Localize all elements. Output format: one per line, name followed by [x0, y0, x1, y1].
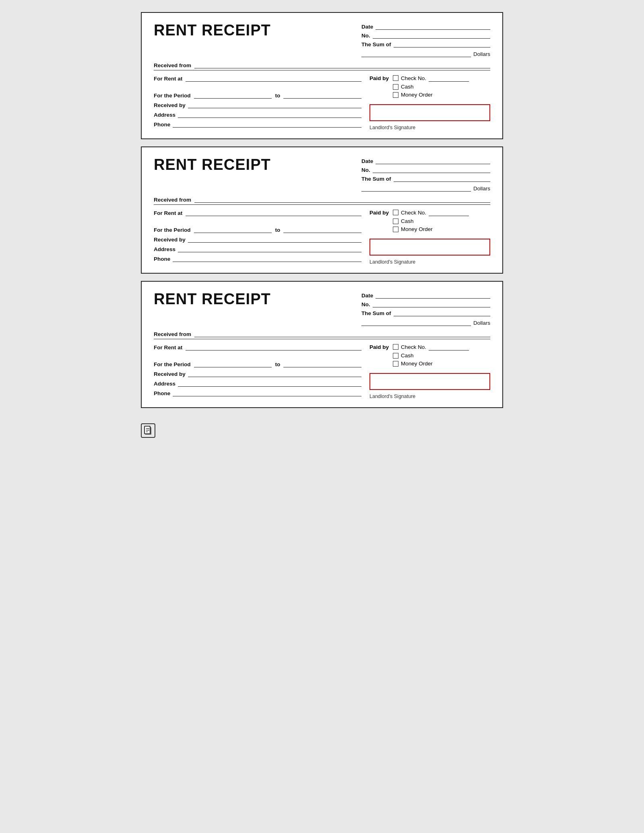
period-start-field-2[interactable]: [194, 226, 272, 233]
phone-label-1: Phone: [154, 122, 170, 128]
date-field-1[interactable]: [376, 23, 490, 30]
money-order-checkbox-3[interactable]: [393, 361, 398, 367]
for-rent-label-3: For Rent at: [154, 344, 182, 351]
for-rent-field-2[interactable]: [186, 209, 361, 216]
cash-checkbox-2[interactable]: [393, 219, 398, 224]
receipt-top-right-2: Date No. The Sum of Dollars: [361, 157, 490, 192]
money-order-checkbox-1[interactable]: [393, 92, 398, 98]
check-no-field-2[interactable]: [429, 209, 469, 216]
signature-label-1: Landlord's Signature: [369, 125, 490, 130]
dollars-label-2: Dollars: [473, 186, 490, 192]
paid-by-section-2: Paid by Check No. Cash: [369, 209, 490, 232]
no-row-1: No.: [361, 31, 490, 39]
for-rent-field-1[interactable]: [186, 74, 361, 82]
received-from-row-2: Received from: [154, 196, 490, 203]
no-field-1[interactable]: [373, 31, 490, 39]
dollars-line-1[interactable]: [361, 50, 471, 57]
no-field-3[interactable]: [373, 300, 490, 307]
signature-box-2[interactable]: [369, 239, 490, 256]
phone-field-3[interactable]: [173, 389, 361, 396]
date-row-1: Date: [361, 23, 490, 30]
signature-label-3: Landlord's Signature: [369, 394, 490, 399]
date-field-2[interactable]: [376, 157, 490, 164]
address-field-1[interactable]: [178, 111, 361, 118]
cash-checkbox-1[interactable]: [393, 84, 398, 90]
dollars-line-3[interactable]: [361, 319, 471, 326]
sum-field-1[interactable]: [394, 40, 491, 47]
address-row-3: Address: [154, 379, 361, 387]
check-no-checkbox-3[interactable]: [393, 344, 398, 350]
paid-by-label-1: Paid by: [369, 74, 389, 81]
sum-label-2: The Sum of: [361, 176, 391, 182]
dollars-row-3: Dollars: [361, 319, 490, 326]
to-label-2: to: [275, 227, 280, 233]
cash-checkbox-3[interactable]: [393, 353, 398, 359]
check-no-row-3: Check No.: [393, 343, 469, 351]
received-by-row-1: Received by: [154, 101, 361, 108]
received-by-field-3[interactable]: [188, 370, 361, 377]
received-from-label-1: Received from: [154, 62, 191, 68]
check-no-row-2: Check No.: [393, 209, 469, 216]
receipt-top-right-1: Date No. The Sum of Dollars: [361, 23, 490, 57]
for-rent-label-1: For Rent at: [154, 76, 182, 82]
period-end-field-2[interactable]: [283, 226, 361, 233]
to-label-3: to: [275, 361, 280, 367]
period-row-2: For the Period to: [154, 226, 361, 233]
divider-3: [154, 339, 490, 339]
phone-field-2[interactable]: [173, 255, 361, 262]
receipt-1: RENT RECEIPT Date No. The Sum of Dollars: [141, 12, 503, 139]
signature-box-1[interactable]: [369, 104, 490, 121]
receipt-title-3: RENT RECEIPT: [154, 291, 271, 307]
document-icon: [141, 423, 155, 438]
dollars-row-2: Dollars: [361, 184, 490, 192]
sum-field-2[interactable]: [394, 175, 491, 182]
receipt-title-1: RENT RECEIPT: [154, 23, 271, 38]
address-label-2: Address: [154, 246, 175, 252]
phone-label-2: Phone: [154, 256, 170, 262]
period-start-field-1[interactable]: [194, 91, 272, 99]
check-no-checkbox-1[interactable]: [393, 75, 398, 81]
period-start-field-3[interactable]: [194, 360, 272, 367]
paid-by-label-3: Paid by: [369, 343, 389, 350]
sum-field-3[interactable]: [394, 309, 491, 316]
received-by-label-2: Received by: [154, 237, 186, 243]
address-field-2[interactable]: [178, 245, 361, 252]
date-field-3[interactable]: [376, 291, 490, 299]
no-label-1: No.: [361, 33, 370, 39]
signature-box-3[interactable]: [369, 373, 490, 390]
received-from-field-3[interactable]: [194, 330, 490, 337]
no-label-3: No.: [361, 301, 370, 307]
for-rent-field-3[interactable]: [186, 343, 361, 351]
phone-field-1[interactable]: [173, 120, 361, 128]
received-by-field-1[interactable]: [188, 101, 361, 108]
period-end-field-1[interactable]: [283, 91, 361, 99]
dollars-line-2[interactable]: [361, 184, 471, 192]
received-from-field-2[interactable]: [194, 196, 490, 203]
received-from-field-1[interactable]: [194, 61, 490, 68]
date-row-3: Date: [361, 291, 490, 299]
sum-label-3: The Sum of: [361, 310, 391, 316]
receipt-top-right-3: Date No. The Sum of Dollars: [361, 291, 490, 326]
no-field-2[interactable]: [373, 166, 490, 173]
check-no-label-2: Check No.: [401, 210, 426, 216]
for-rent-row-2: For Rent at: [154, 209, 361, 216]
check-no-field-3[interactable]: [429, 343, 469, 351]
period-end-field-3[interactable]: [283, 360, 361, 367]
no-row-3: No.: [361, 300, 490, 307]
right-col-3: Paid by Check No. Cash: [369, 343, 490, 399]
received-from-label-2: Received from: [154, 197, 191, 203]
phone-label-3: Phone: [154, 390, 170, 396]
check-no-label-3: Check No.: [401, 344, 426, 350]
check-no-field-1[interactable]: [429, 74, 469, 82]
address-field-3[interactable]: [178, 379, 361, 387]
money-order-checkbox-2[interactable]: [393, 227, 398, 232]
left-col-3: For Rent at For the Period to Received b…: [154, 343, 361, 399]
received-from-row-3: Received from: [154, 330, 490, 337]
cash-label-1: Cash: [401, 84, 414, 90]
check-no-label-1: Check No.: [401, 75, 426, 81]
money-order-row-3: Money Order: [393, 361, 469, 367]
received-by-field-2[interactable]: [188, 235, 361, 243]
check-no-checkbox-2[interactable]: [393, 210, 398, 215]
received-from-row-1: Received from: [154, 61, 490, 68]
check-no-row-1: Check No.: [393, 74, 469, 82]
